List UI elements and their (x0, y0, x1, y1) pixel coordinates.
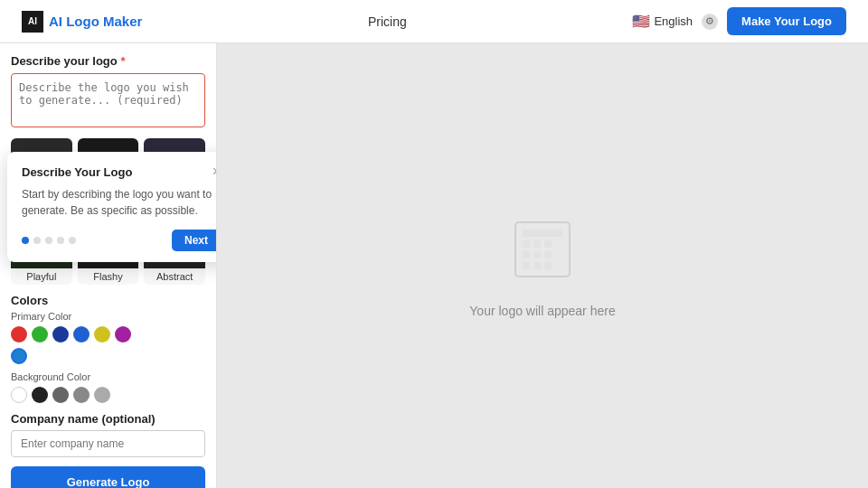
svg-rect-9 (533, 262, 541, 269)
bg-color-dots (11, 387, 205, 403)
describe-tooltip: Describe Your Logo × Start by describing… (7, 152, 217, 262)
style-label-flashy: Flashy (78, 268, 139, 285)
svg-rect-3 (533, 240, 541, 248)
style-label-playful: Playful (11, 268, 72, 285)
tooltip-dot-2 (33, 237, 41, 244)
svg-rect-6 (533, 251, 541, 258)
generate-logo-button[interactable]: Generate Logo (11, 466, 205, 488)
language-selector[interactable]: 🇺🇸 English (632, 13, 693, 30)
pricing-link[interactable]: Pricing (368, 14, 407, 29)
color-dot-yellow[interactable] (94, 326, 110, 343)
tooltip-dot-3 (45, 237, 52, 244)
bg-color-label: Background Color (11, 371, 205, 382)
header: AI AI Logo Maker Pricing 🇺🇸 English ⚙ Ma… (0, 0, 868, 43)
tooltip-body: Start by describing the logo you want to… (22, 186, 217, 219)
color-dot-red[interactable] (11, 326, 27, 343)
tooltip-footer: Next (22, 230, 217, 251)
color-dot-darkblue[interactable] (52, 326, 69, 343)
main-layout: Describe your logo * Maui Minimal COFFEE… (0, 43, 868, 488)
primary-color-dots-row2 (11, 348, 205, 364)
colors-title: Colors (11, 294, 205, 307)
svg-rect-7 (544, 251, 552, 258)
bg-color-black[interactable] (32, 387, 48, 403)
tooltip-dot-1 (22, 237, 29, 244)
app-logo-text: AI Logo Maker (49, 14, 142, 29)
company-label: Company name (optional) (11, 412, 205, 426)
bg-color-lightgray[interactable] (94, 387, 110, 403)
svg-rect-8 (523, 262, 530, 269)
header-right: 🇺🇸 English ⚙ Make Your Logo (632, 7, 846, 35)
settings-icon[interactable]: ⚙ (702, 14, 718, 30)
bg-color-white[interactable] (11, 387, 27, 403)
bg-color-midgray[interactable] (73, 387, 90, 403)
color-dot-green[interactable] (32, 326, 48, 343)
app-logo: AI AI Logo Maker (22, 11, 142, 33)
color-dot-purple[interactable] (115, 326, 131, 343)
language-label: English (654, 14, 693, 28)
header-nav: Pricing (368, 14, 407, 29)
logo-box-icon: AI (22, 11, 43, 33)
describe-textarea[interactable] (11, 73, 205, 127)
required-star: * (120, 54, 125, 68)
tooltip-next-button[interactable]: Next (172, 230, 217, 251)
bg-color-gray[interactable] (52, 387, 69, 403)
left-panel: Describe your logo * Maui Minimal COFFEE… (0, 43, 217, 488)
tooltip-dot-4 (57, 237, 64, 244)
color-dot-blue[interactable] (73, 326, 90, 343)
svg-rect-5 (523, 251, 530, 258)
tooltip-dot-5 (69, 237, 76, 244)
describe-label: Describe your logo * (11, 54, 205, 68)
make-logo-button[interactable]: Make Your Logo (727, 7, 846, 35)
svg-rect-10 (544, 262, 552, 269)
tooltip-header: Describe Your Logo × (22, 164, 217, 179)
color-dot-lightblue[interactable] (11, 348, 27, 364)
logo-placeholder-icon (506, 213, 579, 289)
tooltip-progress-dots (22, 237, 76, 244)
primary-color-label: Primary Color (11, 311, 205, 322)
svg-rect-2 (523, 240, 530, 248)
svg-rect-4 (544, 240, 552, 248)
right-panel: Your logo will appear here (217, 43, 868, 488)
company-name-input[interactable] (11, 430, 205, 457)
style-label-abstract: Abstract (144, 268, 205, 285)
tooltip-title: Describe Your Logo (22, 165, 132, 179)
flag-icon: 🇺🇸 (632, 13, 650, 30)
logo-placeholder-text: Your logo will appear here (469, 304, 615, 318)
svg-rect-1 (523, 230, 562, 237)
primary-color-dots (11, 326, 205, 343)
